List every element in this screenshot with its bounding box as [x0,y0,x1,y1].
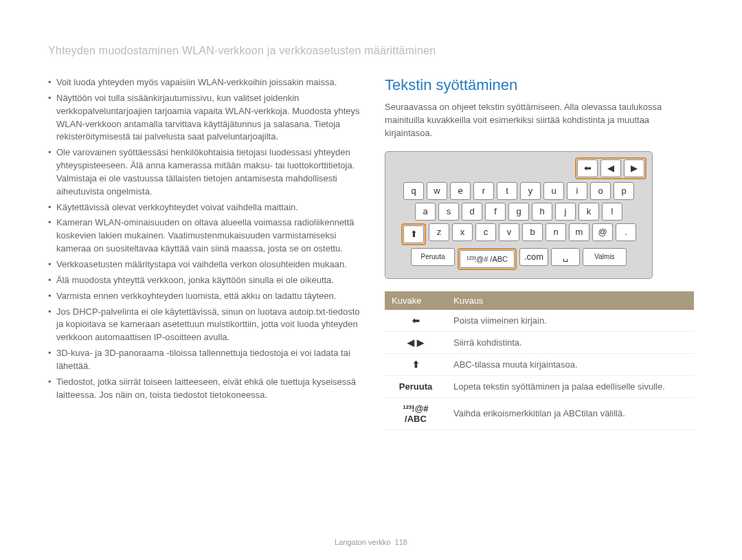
icon-description-table: Kuvake Kuvaus ⬅Poista viimeinen kirjain.… [385,291,694,430]
key-d[interactable]: d [462,203,482,221]
table-header-desc: Kuvaus [447,291,694,310]
right-column: Tekstin syöttäminen Seuraavassa on ohjee… [385,76,694,430]
bullet-item: Käytettävissä olevat verkkoyhteydet voiv… [48,201,364,214]
key-n[interactable]: n [546,223,566,241]
mode-key-highlight: ¹²³!@# /ABC [458,248,517,270]
key-p[interactable]: p [614,182,634,200]
table-row: ◀ ▶Siirrä kohdistinta. [385,331,694,353]
left-column: Voit luoda yhteyden myös vapaisiin WLAN-… [48,76,364,430]
intro-text: Seuraavassa on ohjeet tekstin syöttämise… [385,101,694,140]
key-u[interactable]: u [543,182,564,200]
key-y[interactable]: y [520,182,541,200]
onscreen-keyboard: ⬅ ◀ ▶ qwertyuiop asdfghjkl ⬆zxcvbnm@. Pe… [385,151,653,279]
table-row: ⬆ABC-tilassa muuta kirjaintasoa. [385,353,694,375]
cursor-left-key[interactable]: ◀ [600,159,621,177]
key-a[interactable]: a [415,203,436,221]
bullet-item: Älä muodosta yhteyttä verkkoon, jonka kä… [48,274,364,287]
table-desc-cell: Siirrä kohdistinta. [447,331,694,353]
key-g[interactable]: g [508,203,529,221]
page-footer: Langaton verkko 118 [0,538,742,546]
table-icon-cell: ¹²³!@# /ABC [385,397,447,429]
key-r[interactable]: r [473,182,494,200]
cancel-key[interactable]: Peruuta [411,248,455,266]
shift-key[interactable]: ⬆ [403,225,424,243]
key-@[interactable]: @ [592,223,613,241]
dotcom-key[interactable]: .com [519,248,548,266]
key-t[interactable]: t [497,182,517,200]
footer-page: 118 [395,538,407,546]
backspace-key[interactable]: ⬅ [577,159,598,177]
table-row: ¹²³!@# /ABCVaihda erikoismerkkitilan ja … [385,397,694,429]
key-w[interactable]: w [427,182,447,200]
key-k[interactable]: k [578,203,599,221]
bullet-item: Voit luoda yhteyden myös vapaisiin WLAN-… [48,76,364,89]
key-s[interactable]: s [438,203,459,221]
bullet-item: Verkkoasetusten määritystapa voi vaihdel… [48,258,364,271]
table-icon-cell: ⬅ [385,310,447,332]
table-row: ⬅Poista viimeinen kirjain. [385,310,694,332]
bullet-item: Näyttöön voi tulla sisäänkirjautumissivu… [48,92,364,144]
key-.[interactable]: . [616,223,636,241]
bullet-item: Ole varovainen syöttäessäsi henkilökohta… [48,146,364,198]
key-x[interactable]: x [452,223,473,241]
key-o[interactable]: o [590,182,611,200]
bullet-item: 3D-kuva- ja 3D-panoraama -tiloissa talle… [48,347,364,373]
bullet-item: Varmista ennen verkkoyhteyden luomista, … [48,290,364,303]
table-icon-cell: ⬆ [385,353,447,375]
key-q[interactable]: q [403,182,424,200]
key-h[interactable]: h [532,203,552,221]
table-header-icon: Kuvake [385,291,447,310]
key-e[interactable]: e [450,182,471,200]
table-desc-cell: ABC-tilassa muuta kirjaintasoa. [447,353,694,375]
table-desc-cell: Vaihda erikoismerkkitilan ja ABCtilan vä… [447,397,694,429]
bullet-item: Kameran WLAN-ominaisuuden on oltava alue… [48,216,364,256]
mode-switch-key[interactable]: ¹²³!@# /ABC [460,250,515,268]
key-f[interactable]: f [485,203,506,221]
key-c[interactable]: c [475,223,496,241]
page-header: Yhteyden muodostaminen WLAN-verkkoon ja … [48,45,694,57]
table-row: PeruutaLopeta tekstin syöttäminen ja pal… [385,375,694,397]
table-desc-cell: Poista viimeinen kirjain. [447,310,694,332]
table-desc-cell: Lopeta tekstin syöttäminen ja palaa edel… [447,375,694,397]
key-v[interactable]: v [499,223,519,241]
nav-keys-group: ⬅ ◀ ▶ [575,157,647,179]
bullet-item: Jos DHCP-palvelinta ei ole käytettävissä… [48,306,364,345]
bullet-item: Tiedostot, jotka siirrät toiseen laittee… [48,376,364,402]
key-j[interactable]: j [555,203,576,221]
section-heading: Tekstin syöttäminen [385,76,694,94]
table-icon-cell: Peruuta [385,375,447,397]
key-l[interactable]: l [602,203,622,221]
table-icon-cell: ◀ ▶ [385,331,447,353]
space-key[interactable]: ␣ [551,248,580,266]
key-m[interactable]: m [569,223,589,241]
shift-key-highlight: ⬆ [401,223,426,245]
done-key[interactable]: Valmis [583,248,627,266]
key-i[interactable]: i [567,182,587,200]
cursor-right-key[interactable]: ▶ [624,159,644,177]
key-z[interactable]: z [429,223,449,241]
key-b[interactable]: b [522,223,543,241]
footer-text: Langaton verkko [335,538,390,546]
